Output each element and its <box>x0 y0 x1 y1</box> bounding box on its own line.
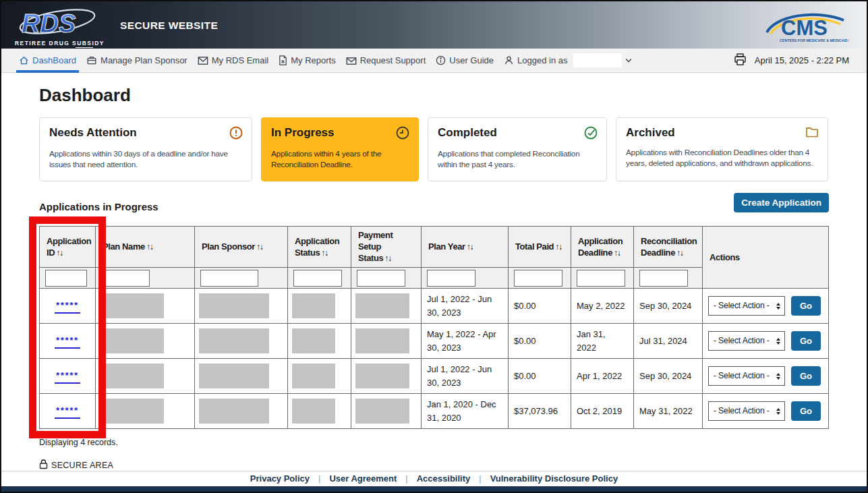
select-updown-icon <box>776 303 780 310</box>
printer-icon[interactable] <box>734 53 747 67</box>
table-row: *****Jul 1, 2022 - Jun 30, 2023$0.00Apr … <box>40 359 829 394</box>
cell-plan-sponsor-redacted <box>195 324 288 359</box>
nav-item-dashboard[interactable]: DashBoard <box>19 49 76 72</box>
cell-reconciliation-deadline: Jul 31, 2024 <box>634 324 703 359</box>
application-id-link[interactable]: ***** <box>55 335 80 349</box>
redacted-value <box>292 293 335 318</box>
nav-item-manage-plan-sponsor[interactable]: Manage Plan Sponsor <box>86 49 187 72</box>
create-application-button[interactable]: Create Application <box>734 193 829 212</box>
redacted-value <box>100 293 164 318</box>
filter-input-payment-setup-status[interactable] <box>357 270 405 287</box>
records-count: Displaying 4 records. <box>39 438 829 447</box>
column-header-plan-name[interactable]: Plan Name↑↓ <box>96 227 195 268</box>
cell-application-deadline: Oct 2, 2019 <box>571 394 634 429</box>
footer-link-user-agreement[interactable]: User Agreement <box>329 473 397 484</box>
sort-icon[interactable]: ↑↓ <box>614 248 620 258</box>
filter-input-plan-name[interactable] <box>101 270 150 287</box>
action-select[interactable]: - Select Action - <box>708 331 785 351</box>
cell-application-id: ***** <box>40 324 96 359</box>
action-select[interactable]: - Select Action - <box>708 296 785 316</box>
cell-total-paid: $0.00 <box>509 324 571 359</box>
nav-item-user-guide[interactable]: User Guide <box>436 49 494 72</box>
action-select[interactable]: - Select Action - <box>708 401 785 421</box>
card-completed[interactable]: CompletedApplications that completed Rec… <box>428 117 607 181</box>
redacted-value <box>199 399 269 424</box>
card-archived[interactable]: ArchivedApplications with Reconciliation… <box>616 117 828 181</box>
nav-item-label: Manage Plan Sponsor <box>100 55 187 65</box>
action-select[interactable]: - Select Action - <box>708 366 785 386</box>
column-header-payment-setup-status[interactable]: Payment Setup Status↑↓ <box>351 227 422 268</box>
clock-icon <box>396 126 409 142</box>
filter-input-plan-sponsor[interactable] <box>200 270 258 287</box>
column-label: Application Status <box>295 236 339 258</box>
footer-link-separator: | <box>318 473 320 484</box>
cell-reconciliation-deadline: Sep 30, 2024 <box>634 359 703 394</box>
briefcase-icon <box>86 55 97 65</box>
sort-icon[interactable]: ↑↓ <box>555 242 562 252</box>
go-button[interactable]: Go <box>791 296 821 316</box>
filter-input-application-status[interactable] <box>293 270 342 287</box>
footer-link-privacy-policy[interactable]: Privacy Policy <box>250 473 310 484</box>
column-header-application-status[interactable]: Application Status↑↓ <box>288 227 351 268</box>
cell-application-status-redacted <box>288 324 351 359</box>
cell-payment-setup-status-redacted <box>351 359 422 394</box>
person-icon <box>504 55 514 65</box>
redacted-value <box>100 399 164 424</box>
sort-icon[interactable]: ↑↓ <box>146 242 153 252</box>
cell-application-id: ***** <box>40 289 96 324</box>
application-id-link[interactable]: ***** <box>55 370 80 384</box>
sort-icon[interactable]: ↑↓ <box>321 248 328 258</box>
go-button[interactable]: Go <box>791 331 821 351</box>
nav-item-label: DashBoard <box>32 55 76 65</box>
application-id-link[interactable]: ***** <box>55 300 80 314</box>
column-header-plan-sponsor[interactable]: Plan Sponsor↑↓ <box>195 227 288 268</box>
sort-icon[interactable]: ↑↓ <box>676 248 683 258</box>
redacted-value <box>199 328 269 353</box>
go-button[interactable]: Go <box>791 366 821 386</box>
nav-item-logged-in-as[interactable]: Logged in as <box>504 49 632 72</box>
sort-icon[interactable]: ↑↓ <box>56 248 63 258</box>
application-id-link[interactable]: ***** <box>55 405 80 419</box>
cell-total-paid: $0.00 <box>509 289 571 324</box>
nav-item-my-rds-email[interactable]: My RDS Email <box>198 49 269 72</box>
rds-logo-subtitle: RETIREE DRUG SUBSIDY <box>15 40 108 47</box>
footer-links: Privacy Policy|User Agreement|Accessibil… <box>1 471 867 486</box>
filter-input-total-paid[interactable] <box>514 270 562 287</box>
logged-in-user-select[interactable] <box>573 53 622 67</box>
filter-cell-reconciliation-deadline <box>634 268 703 289</box>
filter-input-application-deadline[interactable] <box>577 270 625 287</box>
column-header-total-paid[interactable]: Total Paid↑↓ <box>509 227 571 268</box>
column-header-reconciliation-deadline[interactable]: Reconciliation Deadline↑↓ <box>634 227 703 268</box>
card-in-progress[interactable]: In ProgressApplications within 4 years o… <box>261 117 419 181</box>
filter-input-plan-year[interactable] <box>427 270 475 287</box>
card-needs-attention[interactable]: Needs AttentionApplications within 30 da… <box>39 117 252 181</box>
column-header-application-id[interactable]: Application ID↑↓ <box>40 227 96 268</box>
filter-input-reconciliation-deadline[interactable] <box>639 270 688 287</box>
sort-icon[interactable]: ↑↓ <box>467 242 473 252</box>
top-banner: RDS RETIREE DRUG SUBSIDY SECURE WEBSITE … <box>1 1 867 49</box>
sort-icon[interactable]: ↑↓ <box>256 242 263 252</box>
filter-input-application-id[interactable] <box>45 270 87 287</box>
section-row: Applications in Progress Create Applicat… <box>39 193 829 212</box>
sort-icon[interactable]: ↑↓ <box>384 254 391 263</box>
filter-cell-plan-year <box>422 268 509 289</box>
footer-link-separator: | <box>479 473 481 484</box>
card-title: Archived <box>626 126 675 140</box>
footer-bottom-bar <box>1 486 867 492</box>
cell-plan-sponsor-redacted <box>195 359 288 394</box>
footer-link-accessibility[interactable]: Accessibility <box>417 473 471 484</box>
nav-item-label: Logged in as <box>517 55 567 65</box>
go-button[interactable]: Go <box>791 401 821 421</box>
table-row: *****Jul 1, 2022 - Jun 30, 2023$0.00May … <box>40 289 829 324</box>
nav-item-request-support[interactable]: Request Support <box>346 49 426 72</box>
nav-item-my-reports[interactable]: My Reports <box>279 49 335 72</box>
cell-plan-name-redacted <box>96 324 195 359</box>
column-label: Total Paid <box>515 241 554 252</box>
footer-link-vulnerability-disclosure-policy[interactable]: Vulnerability Disclosure Policy <box>490 473 618 484</box>
column-header-application-deadline[interactable]: Application Deadline↑↓ <box>571 227 634 268</box>
nav-items: DashBoardManage Plan SponsorMy RDS Email… <box>19 49 632 72</box>
cell-actions: - Select Action -Go <box>703 324 829 359</box>
cell-application-id: ***** <box>40 394 96 429</box>
column-header-plan-year[interactable]: Plan Year↑↓ <box>422 227 509 268</box>
card-title: Needs Attention <box>49 126 137 140</box>
